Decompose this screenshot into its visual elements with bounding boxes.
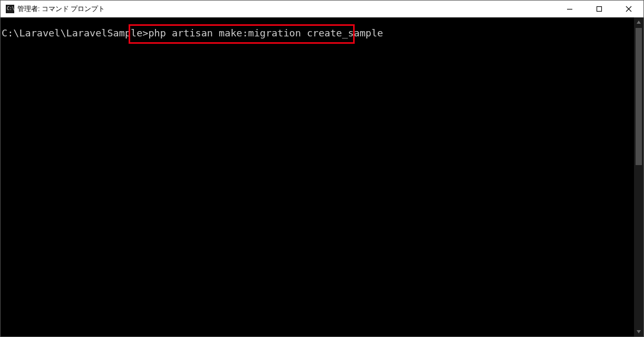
window-title: 管理者: コマンド プロンプト bbox=[17, 5, 105, 14]
close-button[interactable] bbox=[614, 1, 643, 17]
title-bar[interactable]: 管理者: コマンド プロンプト bbox=[1, 1, 643, 17]
svg-rect-0 bbox=[597, 7, 602, 12]
minimize-button[interactable] bbox=[555, 1, 584, 17]
cmd-app-icon bbox=[6, 5, 14, 13]
terminal[interactable]: C:\Laravel\LaravelSample>php artisan mak… bbox=[1, 17, 634, 336]
maximize-button[interactable] bbox=[584, 1, 614, 17]
scrollbar-arrow-down-icon[interactable] bbox=[634, 327, 643, 336]
prompt-line: C:\Laravel\LaravelSample>php artisan mak… bbox=[2, 27, 633, 40]
typed-command: php artisan make:migration create_sample bbox=[148, 27, 383, 38]
prompt-path: C:\Laravel\LaravelSample> bbox=[2, 27, 148, 38]
scrollbar-vertical[interactable] bbox=[634, 17, 643, 336]
cmd-window: 管理者: コマンド プロンプト C:\Laravel\LaravelSample… bbox=[0, 0, 644, 337]
scrollbar-arrow-up-icon[interactable] bbox=[634, 17, 643, 27]
window-controls bbox=[555, 1, 643, 17]
scrollbar-thumb[interactable] bbox=[636, 28, 642, 165]
terminal-wrap: C:\Laravel\LaravelSample>php artisan mak… bbox=[1, 17, 643, 336]
